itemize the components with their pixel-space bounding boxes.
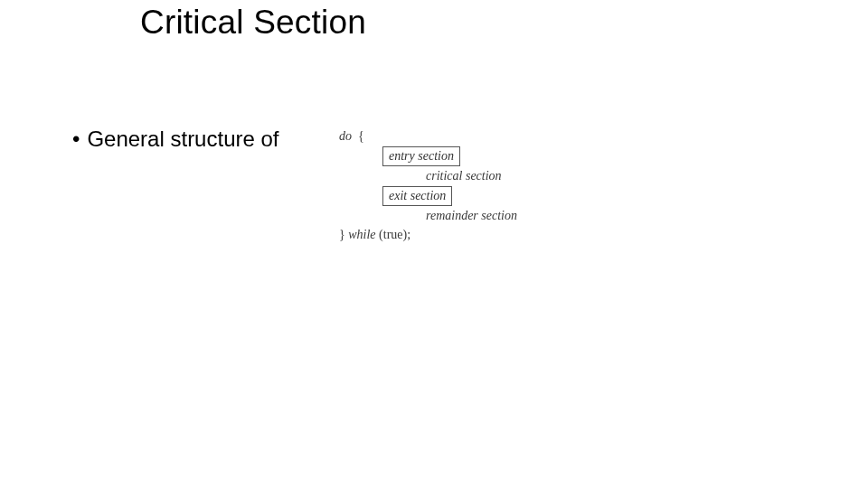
code-line-entry: entry section [339,146,610,166]
code-line-while: } while (true); [339,225,610,245]
exit-box: exit section [382,186,452,206]
while-cond: (true); [379,228,410,241]
kw-do: do [339,129,352,143]
critical-text: critical section [426,169,502,183]
code-line-critical: critical section [339,166,610,186]
code-line-exit: exit section [339,186,610,206]
bullet-text: General structure of [87,127,278,152]
code-line-remainder: remainder section [339,206,610,226]
code-block: do { entry section critical section exit… [339,127,610,245]
bullet-item: • General structure of [72,127,279,152]
brace-open: { [358,129,364,143]
bullet-dot: • [72,128,80,150]
code-line-do: do { [339,127,610,146]
slide-title: Critical Section [140,4,366,42]
remainder-text: remainder section [426,209,517,222]
slide: Critical Section • General structure of … [0,0,868,488]
brace-close: } [339,228,345,241]
entry-box: entry section [382,146,460,166]
kw-while: while [348,228,375,241]
